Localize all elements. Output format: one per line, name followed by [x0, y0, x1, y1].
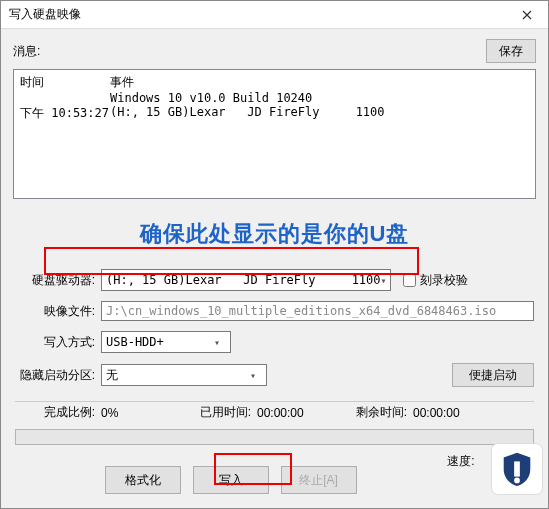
- image-path-value: J:\cn_windows_10_multiple_editions_x64_d…: [106, 304, 496, 318]
- log-listview[interactable]: 时间 事件 Windows 10 v10.0 Build 10240 下午 10…: [13, 69, 536, 199]
- col-event-header: 事件: [110, 74, 134, 91]
- hidden-boot-row: 隐藏启动分区: 无 ▾ 便捷启动: [15, 363, 534, 387]
- progress-stats-row: 完成比例: 0% 已用时间: 00:00:00 剩余时间: 00:00:00: [15, 404, 534, 421]
- drive-value: (H:, 15 GB)Lexar JD FireFly 1100: [106, 273, 381, 287]
- shield-icon: [498, 450, 536, 488]
- annotation-text: 确保此处显示的是你的U盘: [1, 219, 548, 249]
- log-event-cell: (H:, 15 GB)Lexar JD FireFly 1100: [110, 105, 529, 122]
- close-icon: [522, 10, 532, 20]
- close-button[interactable]: [506, 1, 548, 29]
- hidden-boot-value: 无: [106, 367, 118, 384]
- form-area: 硬盘驱动器: (H:, 15 GB)Lexar JD FireFly 1100 …: [13, 269, 536, 470]
- svg-rect-0: [514, 461, 520, 476]
- image-row: 映像文件: J:\cn_windows_10_multiple_editions…: [15, 301, 534, 321]
- footer-buttons: 格式化 写入 终止[A] 返回: [1, 466, 548, 494]
- hidden-boot-select[interactable]: 无 ▾: [101, 364, 267, 386]
- done-label: 完成比例:: [15, 404, 95, 421]
- log-header: 时间 事件: [20, 74, 529, 91]
- done-value: 0%: [101, 406, 161, 420]
- dialog-window: 写入硬盘映像 消息: 保存 时间 事件 Windows 10 v10.0 Bui…: [0, 0, 549, 509]
- log-row: 下午 10:53:27 (H:, 15 GB)Lexar JD FireFly …: [20, 105, 529, 122]
- progress-bar: [15, 429, 534, 445]
- elapsed-label: 已用时间:: [191, 404, 251, 421]
- hidden-boot-label: 隐藏启动分区:: [15, 367, 95, 384]
- window-title: 写入硬盘映像: [9, 6, 81, 23]
- remain-value: 00:00:00: [413, 406, 483, 420]
- svg-point-1: [514, 478, 520, 484]
- message-label: 消息:: [13, 43, 40, 60]
- remain-label: 剩余时间:: [347, 404, 407, 421]
- message-row: 消息: 保存: [13, 39, 536, 63]
- image-label: 映像文件:: [15, 303, 95, 320]
- content-area: 消息: 保存 时间 事件 Windows 10 v10.0 Build 1024…: [1, 29, 548, 480]
- verify-label: 刻录校验: [420, 272, 468, 289]
- image-path-field[interactable]: J:\cn_windows_10_multiple_editions_x64_d…: [101, 301, 534, 321]
- chevron-down-icon: ▾: [244, 370, 262, 381]
- write-button[interactable]: 写入: [193, 466, 269, 494]
- abort-button: 终止[A]: [281, 466, 357, 494]
- writemode-row: 写入方式: USB-HDD+ ▾: [15, 331, 534, 353]
- verify-checkbox-wrap[interactable]: 刻录校验: [399, 271, 479, 290]
- drive-label: 硬盘驱动器:: [15, 272, 95, 289]
- elapsed-value: 00:00:00: [257, 406, 327, 420]
- divider: [15, 401, 534, 402]
- format-button[interactable]: 格式化: [105, 466, 181, 494]
- watermark-logo: [492, 444, 542, 494]
- writemode-value: USB-HDD+: [106, 335, 164, 349]
- col-time-header: 时间: [20, 74, 110, 91]
- titlebar: 写入硬盘映像: [1, 1, 548, 29]
- boot-menu-button[interactable]: 便捷启动: [452, 363, 534, 387]
- log-time-cell: [20, 91, 110, 105]
- drive-row: 硬盘驱动器: (H:, 15 GB)Lexar JD FireFly 1100 …: [15, 269, 534, 291]
- verify-checkbox[interactable]: [403, 274, 416, 287]
- drive-select[interactable]: (H:, 15 GB)Lexar JD FireFly 1100 ▾: [101, 269, 391, 291]
- chevron-down-icon: ▾: [208, 337, 226, 348]
- writemode-label: 写入方式:: [15, 334, 95, 351]
- log-row: Windows 10 v10.0 Build 10240: [20, 91, 529, 105]
- save-button[interactable]: 保存: [486, 39, 536, 63]
- log-time-cell: 下午 10:53:27: [20, 105, 110, 122]
- log-event-cell: Windows 10 v10.0 Build 10240: [110, 91, 529, 105]
- writemode-select[interactable]: USB-HDD+ ▾: [101, 331, 231, 353]
- chevron-down-icon: ▾: [381, 275, 387, 286]
